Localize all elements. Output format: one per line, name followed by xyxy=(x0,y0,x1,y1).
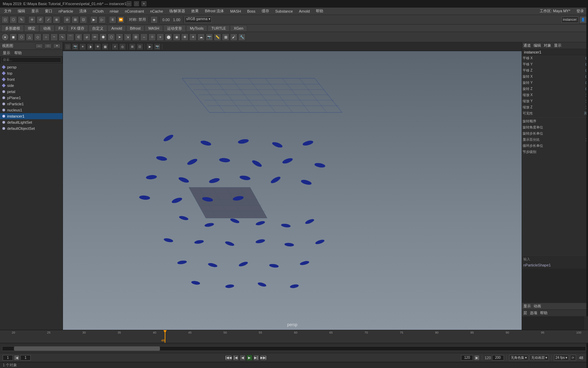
start-frame-input[interactable] xyxy=(3,355,13,361)
shelf-twist[interactable]: ⌑ xyxy=(148,33,156,41)
attr-rotate-y[interactable]: 旋转 Y0 xyxy=(522,80,588,86)
shelf-curve2[interactable]: ⌒ xyxy=(67,33,74,41)
go-to-end-button[interactable]: ▶▶| xyxy=(260,355,267,361)
menu-nhair[interactable]: nHair xyxy=(107,9,121,14)
outliner-item-defaultlightset[interactable]: defaultLightSet xyxy=(0,119,63,125)
playback-end-marker[interactable]: ▶ xyxy=(474,355,479,361)
tab-turtle[interactable]: TURTLE xyxy=(208,25,230,31)
tab-object[interactable]: 对象 xyxy=(544,43,551,48)
vp-btn-panel[interactable]: ⊞ xyxy=(129,43,136,50)
end-frame-input[interactable] xyxy=(492,355,504,361)
menu-help[interactable]: 帮助 xyxy=(313,8,326,14)
options-tab[interactable]: 选项 xyxy=(530,310,537,316)
attr-translate-y[interactable]: 平移 Y0 xyxy=(522,61,588,67)
shelf-wrap[interactable]: ◉ xyxy=(173,33,180,41)
tab-edit[interactable]: 编辑 xyxy=(534,43,541,48)
menu-mash[interactable]: MASH xyxy=(227,9,244,14)
tb-profile[interactable]: 👤 xyxy=(579,16,587,24)
vp-btn-cam[interactable]: 📷 xyxy=(72,43,79,50)
shelf-lattice[interactable]: ⊞ xyxy=(132,33,140,41)
outliner-item-front[interactable]: front xyxy=(0,76,63,82)
attr-rotate-z[interactable]: 旋转 Z0 xyxy=(522,86,588,92)
tab-mytools[interactable]: MyTools xyxy=(186,25,207,31)
maximize-button[interactable]: □ xyxy=(134,1,139,6)
step-back-button[interactable]: |◀ xyxy=(233,355,239,361)
play-forward-button[interactable]: ▶ xyxy=(246,355,252,361)
menu-window[interactable]: 窗口 xyxy=(42,8,55,14)
outliner-item-defaultobjectset[interactable]: defaultObjectSet xyxy=(0,125,63,132)
tb-render[interactable]: ▶ xyxy=(90,16,98,24)
autokey-button[interactable]: ⟳ xyxy=(570,355,576,361)
attr-display-pct[interactable]: 显示百分比1 xyxy=(522,137,588,143)
menu-fluid[interactable]: 流体 xyxy=(77,8,89,14)
instancer-input[interactable] xyxy=(561,17,578,23)
menu-file[interactable]: 文件 xyxy=(1,8,14,14)
tab-fx[interactable]: FX xyxy=(55,25,67,31)
vp-btn-light[interactable]: ☀ xyxy=(79,43,86,50)
go-to-start-button[interactable]: |◀◀ xyxy=(225,355,232,361)
tab-rendering[interactable]: FX 缓存 xyxy=(67,25,88,32)
shelf-poly2[interactable]: ⬠ xyxy=(108,33,115,41)
shelf-squash[interactable]: ⋄ xyxy=(157,33,164,41)
step-forward-button[interactable]: ▶| xyxy=(253,355,259,361)
outliner-item-nparticle1[interactable]: nParticle1 xyxy=(0,101,63,107)
shelf-measure[interactable]: 📏 xyxy=(214,33,221,41)
shelf-sculpt[interactable]: ⬤ xyxy=(165,33,172,41)
menu-cache[interactable]: 缓存 xyxy=(259,8,272,14)
shelf-softmod[interactable]: ❋ xyxy=(181,33,189,41)
shelf-curve3[interactable]: ⌀ xyxy=(83,33,91,41)
outliner-item-instancer1[interactable]: instancer1 xyxy=(0,113,63,119)
tb-universal[interactable]: ⊕ xyxy=(53,16,60,24)
outliner-search-input[interactable] xyxy=(1,57,61,63)
shelf-bend[interactable]: ⌢ xyxy=(140,33,148,41)
vp-btn-panel2[interactable]: ⊡ xyxy=(136,43,143,50)
menu-nparticle[interactable]: nParticle xyxy=(56,9,76,14)
timeline-ruler[interactable]: 20 25 30 35 40 45 50 55 60 65 70 75 80 8… xyxy=(0,330,588,343)
tb-keyframe[interactable]: ◈ xyxy=(150,16,158,24)
outliner-item-top[interactable]: top xyxy=(0,70,63,76)
attr-rotate-x[interactable]: 旋转 X0 xyxy=(522,74,588,80)
vp-btn-isolate[interactable]: ◎ xyxy=(119,43,126,50)
outliner-item-side[interactable]: side xyxy=(0,82,63,89)
attr-rotate-order[interactable]: 旋转顺序 xyxy=(522,118,588,124)
shelf-nurbs[interactable]: ~ xyxy=(50,33,58,41)
shelf-pencil[interactable]: ✏ xyxy=(91,33,99,41)
colorset-dropdown[interactable]: 无角色集 ▾ xyxy=(509,355,528,361)
tb-sim2[interactable]: ⏩ xyxy=(117,16,125,24)
outliner-item-pplane1[interactable]: pPlane1 xyxy=(0,95,63,101)
outliner-item-petal[interactable]: petal xyxy=(0,89,63,95)
tb-sim[interactable]: ⏸ xyxy=(109,16,116,24)
viewport-canvas[interactable]: persp xyxy=(63,51,522,330)
tab-bifrost[interactable]: Bifrost xyxy=(126,25,144,31)
animlayer-dropdown[interactable]: 无动画层 ▾ xyxy=(529,355,549,361)
tab-custom[interactable]: 自定义 xyxy=(88,25,107,32)
help-tab[interactable]: 帮助 xyxy=(540,310,548,316)
tab-xgen[interactable]: XGen xyxy=(230,25,247,31)
tb-snap3[interactable]: ⊡ xyxy=(80,16,87,24)
tb-rotate[interactable]: ↺ xyxy=(36,16,44,24)
attr-scale-y[interactable]: 缩放 Y1 xyxy=(522,98,588,104)
menu-ncache[interactable]: nCache xyxy=(147,9,166,14)
menu-fields[interactable]: 场/解算器 xyxy=(166,8,188,14)
shelf-light1[interactable]: ☀ xyxy=(189,33,197,41)
menu-nconstraint[interactable]: nConstraint xyxy=(122,9,147,14)
tb-paint[interactable]: ✎ xyxy=(18,16,25,24)
vp-btn-view[interactable]: ⬚ xyxy=(64,43,71,50)
shelf-paint2[interactable]: 🖌 xyxy=(230,33,238,41)
tab-motion[interactable]: 运动变形 xyxy=(163,25,186,32)
vp-btn-grid[interactable]: # xyxy=(112,43,118,50)
layer-scrollbar[interactable] xyxy=(585,316,588,330)
tb-lasso[interactable]: ⬡ xyxy=(10,16,17,24)
tb-render2[interactable]: ▷ xyxy=(98,16,106,24)
shelf-sphere[interactable]: ● xyxy=(1,33,9,41)
playback-end-input[interactable] xyxy=(461,355,473,361)
tab-mash[interactable]: MASH xyxy=(145,25,163,31)
playback-start-marker[interactable]: ◀ xyxy=(14,355,19,361)
tab-animation[interactable]: 动画 xyxy=(39,25,54,32)
tab-channel[interactable]: 通道 xyxy=(523,43,531,48)
timeline-scrollbar-thumb[interactable] xyxy=(14,347,160,351)
color-space-select[interactable]: sRGB gamma ▾ xyxy=(185,17,212,23)
outliner-close[interactable]: ✕ xyxy=(53,44,61,48)
menu-display[interactable]: 显示 xyxy=(29,8,42,14)
tb-scale[interactable]: ⤢ xyxy=(45,16,52,24)
